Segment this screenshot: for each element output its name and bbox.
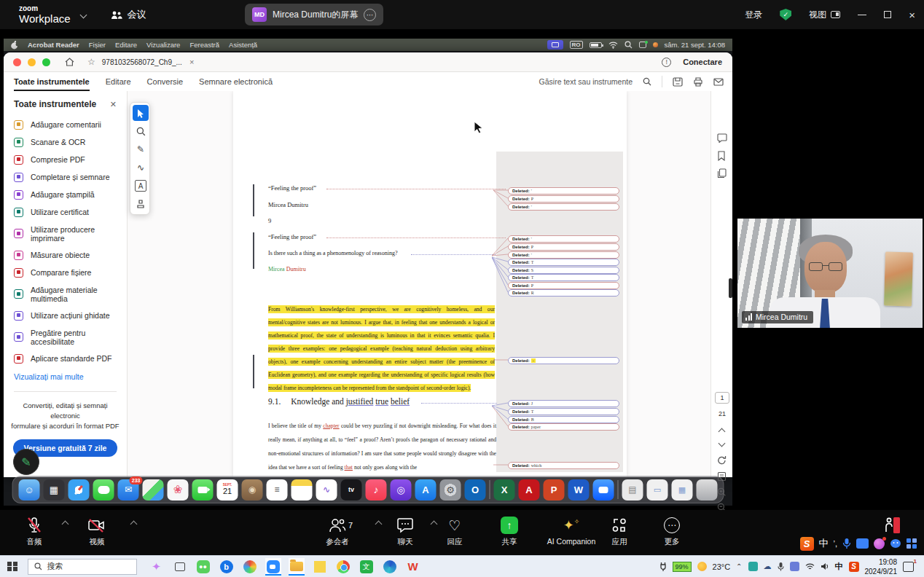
deleted-annotation-box[interactable]: Deleted:J — [508, 400, 619, 407]
sidebar-tool-item[interactable]: Măsurare obiecte — [4, 246, 127, 264]
save-icon[interactable] — [673, 77, 683, 87]
taskbar-icon-zoom[interactable] — [265, 558, 281, 576]
dock-icon-mail[interactable]: ✉ 233 — [118, 479, 139, 501]
dock-icon-settings[interactable]: ⚙ — [440, 479, 461, 501]
video-options-caret[interactable] — [130, 521, 138, 528]
deleted-annotation-box[interactable]: Deleted:R — [508, 289, 619, 297]
dock-divider[interactable] — [618, 480, 619, 499]
draw-tool[interactable]: ✎ — [133, 141, 149, 157]
zoom-tool[interactable] — [133, 123, 149, 139]
hidden-icons-caret[interactable]: ⌃ — [736, 562, 742, 570]
dock-icon-maps[interactable] — [143, 479, 164, 501]
participants-options-caret[interactable] — [375, 521, 383, 528]
select-tool[interactable] — [133, 105, 149, 121]
dock-icon-document[interactable]: ▭ — [647, 479, 668, 501]
more-options-icon[interactable]: ⋯ — [364, 9, 376, 21]
weather-temp[interactable]: 23°C — [713, 562, 731, 571]
tray-icon-cloud[interactable]: ☁ — [764, 562, 772, 571]
dock-icon-photos[interactable]: ❀ — [168, 479, 189, 501]
user-switch-icon[interactable] — [639, 42, 646, 48]
star-icon[interactable]: ☆ — [87, 57, 95, 67]
taskbar-icon-bing[interactable]: b — [219, 558, 235, 576]
sidebar-tool-item[interactable]: Aplicare standarde PDF — [4, 350, 127, 367]
close-panel-icon[interactable]: ✕ — [110, 100, 117, 109]
dock-icon-finder[interactable]: ☺ — [19, 479, 40, 501]
taskbar-clock[interactable]: 19:08 2024/9/21 — [865, 557, 898, 576]
scrollbar-thumb[interactable] — [729, 278, 732, 298]
audio-button[interactable]: 音频 — [12, 516, 57, 547]
dock-icon-reminders[interactable]: ≡ — [267, 479, 288, 501]
current-page-input[interactable]: 1 — [715, 392, 729, 404]
sidebar-tool-item[interactable]: Scanare & OCR — [4, 133, 127, 151]
add-text-tool[interactable]: A — [135, 180, 146, 192]
maximize-button[interactable] — [884, 11, 891, 18]
traffic-light-close[interactable] — [13, 58, 21, 66]
deleted-annotation-box[interactable]: Deleted:P — [508, 195, 619, 203]
document-canvas[interactable]: “Feeling the proof” Mircea Dumitru 9 “Fe… — [128, 91, 710, 477]
share-button[interactable]: ↑ 共享 — [487, 516, 532, 547]
tray-icon-app[interactable] — [790, 562, 799, 571]
dock-icon-notes[interactable] — [291, 479, 313, 501]
dock-icon-contacts[interactable]: ◉ — [242, 479, 263, 501]
login-button[interactable]: 登录 — [745, 9, 762, 21]
dock-icon-apple-tv[interactable]: tv — [341, 479, 362, 501]
mail-share-icon[interactable] — [713, 78, 724, 86]
taskbar-icon-file-explorer[interactable] — [289, 558, 305, 576]
menubar-item-fisier[interactable]: Fișier — [89, 41, 106, 49]
traffic-light-maximize[interactable] — [42, 58, 50, 66]
tray-volume-icon[interactable] — [821, 562, 829, 570]
dock-icon-messages[interactable] — [93, 479, 114, 501]
audio-options-caret[interactable] — [62, 521, 69, 528]
dock-icon-acrobat[interactable]: A — [519, 479, 540, 501]
dock-icon-powerpoint[interactable]: P — [544, 479, 565, 501]
dock-icon-calendar[interactable]: SEPT. 21 — [217, 479, 238, 501]
dock-icon-music[interactable]: ♪ — [366, 479, 387, 501]
print-icon[interactable] — [693, 77, 703, 87]
menubar-item-editare[interactable]: Editare — [115, 41, 137, 49]
dock-icon-launchpad[interactable]: ▦ — [44, 479, 65, 501]
leave-meeting-button[interactable] — [874, 516, 911, 535]
dock-icon-outlook[interactable]: O — [465, 479, 486, 501]
more-button[interactable]: ⋯ 更多 — [651, 516, 692, 547]
dock-icon-trash[interactable] — [697, 479, 718, 501]
sidebar-tool-item[interactable]: Comparare fișiere — [4, 264, 127, 281]
close-button[interactable]: × — [909, 9, 915, 20]
task-view-button[interactable] — [172, 558, 188, 576]
view-more-link[interactable]: Vizualizați mai multe — [14, 372, 127, 381]
search-tools-label[interactable]: Găsire text sau instrumente — [539, 77, 633, 86]
notification-icon[interactable]: ! — [662, 58, 671, 67]
dock-icon-app-store[interactable]: A — [415, 479, 436, 501]
deleted-annotation-box[interactable]: Deleted:' — [508, 203, 619, 211]
meeting-tab[interactable]: 会议 — [111, 8, 146, 21]
ime-keyboard-icon[interactable] — [856, 538, 869, 549]
start-button[interactable] — [7, 562, 17, 572]
spotlight-search-icon[interactable] — [625, 41, 633, 49]
dock-icon-downloads-stack[interactable]: ▤ — [622, 479, 643, 501]
document-tab-title[interactable]: 9781032568072_Ch9_... — [102, 58, 182, 66]
nav-conversie[interactable]: Conversie — [147, 77, 184, 86]
video-button[interactable]: 视频 — [74, 516, 120, 547]
menubar-item-asistenta[interactable]: Asistență — [229, 41, 257, 49]
deleted-annotation-box[interactable]: Deleted:T — [508, 259, 619, 266]
deleted-annotation-box[interactable]: Deleted:paper — [508, 423, 619, 431]
dock-divider[interactable] — [490, 480, 490, 499]
ime-toolbox-icon[interactable] — [907, 538, 917, 549]
battery-indicator[interactable]: 99% — [673, 562, 692, 572]
refresh-icon[interactable] — [717, 455, 727, 466]
deleted-annotation-box[interactable]: Deleted:P — [508, 243, 619, 251]
participant-video-tile[interactable]: Mircea Dumitru — [737, 219, 923, 328]
sidebar-tool-item[interactable]: Pregătire pentru accesibilitate — [4, 324, 127, 350]
ai-companion-button[interactable]: ✦✧ AI Companion — [536, 516, 606, 546]
tray-ime-language[interactable]: 中 — [835, 561, 843, 572]
comments-panel-icon[interactable] — [717, 133, 727, 143]
sidebar-tool-item[interactable]: Utilizare acțiuni ghidate — [4, 307, 127, 324]
traffic-light-minimize[interactable] — [28, 58, 36, 66]
apps-button[interactable]: 应用 — [599, 516, 640, 547]
ime-punctuation-toggle[interactable]: ’, — [834, 539, 838, 548]
connect-button[interactable]: Conectare — [683, 58, 722, 66]
next-page-icon[interactable] — [719, 440, 726, 447]
deleted-annotation-box[interactable]: Deleted:P — [508, 282, 619, 289]
taskbar-icon-wechat[interactable]: ●● — [195, 558, 211, 576]
participants-button[interactable]: 7 参会者 — [312, 516, 363, 547]
sogou-icon[interactable]: S — [800, 537, 814, 551]
